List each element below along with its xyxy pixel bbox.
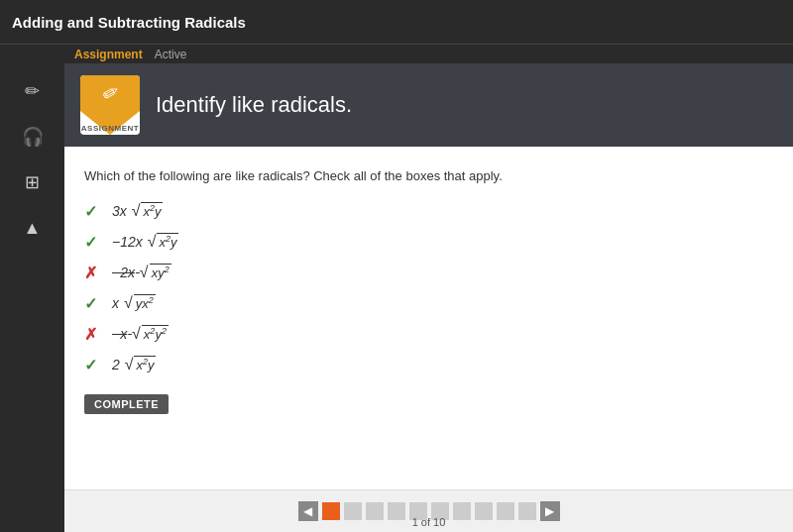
page-dot-8[interactable] bbox=[475, 502, 493, 520]
checkmark-4: ✓ bbox=[84, 294, 102, 313]
page-dot-2[interactable] bbox=[344, 502, 362, 520]
complete-button[interactable]: COMPLETE bbox=[84, 394, 169, 414]
answer-row-4: ✓ x √ yx2 bbox=[84, 294, 773, 313]
checkmark-2: ✓ bbox=[84, 233, 102, 252]
assignment-title: Identify like radicals. bbox=[156, 92, 352, 118]
main-content: ✏ ASSIGNMENT Identify like radicals. Whi… bbox=[64, 63, 793, 489]
math-expr-4: x √ yx2 bbox=[112, 294, 156, 312]
assignment-badge: ✏ ASSIGNMENT bbox=[80, 75, 140, 135]
page-dot-3[interactable] bbox=[366, 502, 384, 520]
page-dot-4[interactable] bbox=[388, 502, 405, 520]
crossmark-5: ✗ bbox=[84, 325, 102, 344]
page-label: 1 of 10 bbox=[412, 516, 446, 528]
page-dot-9[interactable] bbox=[497, 502, 514, 520]
checkmark-6: ✓ bbox=[84, 356, 102, 374]
badge-label: ASSIGNMENT bbox=[81, 124, 139, 133]
answer-row-2: ✓ −12x √ x2y bbox=[84, 233, 773, 252]
page-dot-1[interactable] bbox=[322, 502, 340, 520]
math-expr-3: −2x √ xy2 bbox=[112, 264, 171, 281]
top-bar: Adding and Subtracting Radicals bbox=[0, 0, 793, 44]
calculator-icon[interactable]: ⊞ bbox=[13, 164, 53, 200]
top-bar-title: Adding and Subtracting Radicals bbox=[12, 14, 246, 31]
question-area: Which of the following are like radicals… bbox=[64, 147, 793, 489]
answer-row-1: ✓ 3x √ x2y bbox=[84, 202, 773, 221]
answer-row-3: ✗ −2x √ xy2 bbox=[84, 264, 773, 282]
pagination-bar: ◀ ▶ 1 of 10 bbox=[64, 489, 793, 532]
question-text: Which of the following are like radicals… bbox=[84, 166, 773, 186]
sidebar: ✏ 🎧 ⊞ ▲ bbox=[0, 63, 64, 532]
sub-bar: Assignment Active bbox=[0, 44, 793, 63]
math-expr-5: −x √ x2y2 bbox=[112, 325, 169, 343]
upload-icon[interactable]: ▲ bbox=[13, 210, 53, 246]
pencil-icon[interactable]: ✏ bbox=[13, 73, 53, 109]
crossmark-3: ✗ bbox=[84, 264, 102, 282]
status-badge: Active bbox=[155, 48, 187, 61]
math-expr-2: −12x √ x2y bbox=[112, 233, 178, 251]
badge-pencil-icon: ✏ bbox=[97, 78, 124, 107]
page-dot-10[interactable] bbox=[518, 502, 536, 520]
math-expr-6: 2 √ x2y bbox=[112, 356, 156, 373]
assignment-tab[interactable]: Assignment bbox=[74, 48, 143, 61]
assignment-header: ✏ ASSIGNMENT Identify like radicals. bbox=[64, 63, 793, 147]
headphones-icon[interactable]: 🎧 bbox=[13, 119, 53, 155]
checkmark-1: ✓ bbox=[84, 202, 102, 221]
next-page-button[interactable]: ▶ bbox=[540, 501, 560, 521]
answer-row-6: ✓ 2 √ x2y bbox=[84, 356, 773, 374]
prev-page-button[interactable]: ◀ bbox=[298, 501, 318, 521]
math-expr-1: 3x √ x2y bbox=[112, 202, 163, 220]
answer-row-5: ✗ −x √ x2y2 bbox=[84, 325, 773, 344]
page-dot-7[interactable] bbox=[453, 502, 471, 520]
